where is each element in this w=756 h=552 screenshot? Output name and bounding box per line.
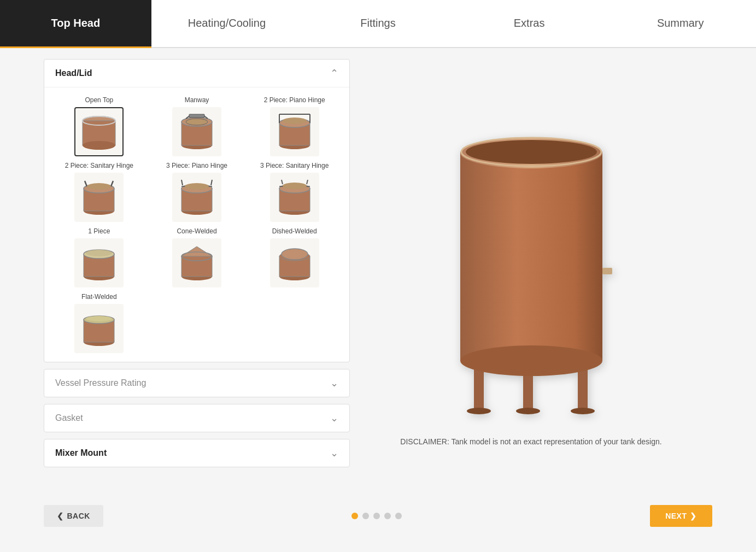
svg-rect-10 bbox=[189, 114, 204, 118]
svg-line-29 bbox=[211, 180, 212, 185]
back-button[interactable]: ❮ BACK bbox=[44, 505, 103, 527]
svg-point-41 bbox=[86, 250, 112, 256]
vessel-pressure-header[interactable]: Vessel Pressure Rating ⌄ bbox=[44, 369, 349, 397]
svg-point-7 bbox=[186, 119, 208, 125]
left-panel: Head/Lid ⌃ Open Top bbox=[44, 59, 350, 485]
svg-point-23 bbox=[87, 183, 111, 190]
gasket-section: Gasket ⌄ bbox=[44, 404, 350, 432]
svg-point-60 bbox=[571, 408, 595, 414]
tab-fittings[interactable]: Fittings bbox=[302, 0, 454, 48]
head-img-3piece-sanitary bbox=[270, 173, 319, 222]
head-img-dished-welded bbox=[270, 238, 319, 287]
vessel-pressure-title: Vessel Pressure Rating bbox=[55, 378, 146, 388]
head-img-manway bbox=[172, 107, 221, 156]
head-lid-title: Head/Lid bbox=[55, 68, 92, 78]
progress-dot-3 bbox=[373, 513, 380, 519]
tank-visualization bbox=[427, 104, 635, 421]
svg-rect-66 bbox=[602, 268, 612, 274]
mixer-mount-expand-icon: ⌄ bbox=[330, 447, 338, 459]
svg-point-56 bbox=[467, 408, 491, 414]
tank-canvas bbox=[417, 98, 646, 426]
svg-point-62 bbox=[460, 345, 602, 376]
tab-heating-cooling[interactable]: Heating/Cooling bbox=[151, 0, 303, 48]
vessel-pressure-section: Vessel Pressure Rating ⌄ bbox=[44, 369, 350, 397]
svg-point-64 bbox=[466, 140, 597, 164]
head-option-dished-welded[interactable]: Dished-Welded bbox=[248, 227, 341, 287]
disclaimer-text: DISCLAIMER: Tank model is not an exact r… bbox=[400, 437, 661, 446]
head-lid-header[interactable]: Head/Lid ⌃ bbox=[44, 60, 349, 87]
progress-dot-2 bbox=[362, 513, 369, 519]
progress-dots bbox=[351, 513, 402, 519]
svg-line-35 bbox=[282, 180, 283, 184]
tab-summary[interactable]: Summary bbox=[605, 0, 756, 48]
gasket-title: Gasket bbox=[55, 413, 83, 423]
head-option-1piece[interactable]: 1 Piece bbox=[53, 227, 145, 287]
head-img-3piece-piano bbox=[172, 173, 221, 222]
bottom-bar: ❮ BACK NEXT ❯ bbox=[0, 496, 756, 536]
next-chevron-icon: ❯ bbox=[690, 512, 697, 520]
head-img-1piece bbox=[74, 238, 124, 287]
svg-marker-45 bbox=[181, 246, 212, 256]
head-img-flat-welded bbox=[74, 304, 124, 353]
mixer-mount-section: Mixer Mount ⌄ bbox=[44, 439, 350, 467]
head-option-cone-welded[interactable]: Cone-Welded bbox=[151, 227, 243, 287]
svg-point-2 bbox=[83, 141, 115, 150]
svg-rect-61 bbox=[460, 153, 602, 361]
head-img-open-top bbox=[74, 107, 124, 156]
progress-dot-4 bbox=[384, 513, 391, 519]
svg-point-50 bbox=[282, 249, 308, 260]
next-button[interactable]: NEXT ❯ bbox=[650, 505, 712, 527]
svg-point-58 bbox=[516, 408, 540, 414]
head-options-grid: Open Top Manway bbox=[44, 87, 349, 362]
tab-extras[interactable]: Extras bbox=[454, 0, 605, 48]
head-option-open-top[interactable]: Open Top bbox=[53, 96, 145, 156]
head-lid-section: Head/Lid ⌃ Open Top bbox=[44, 59, 350, 362]
tab-top-head[interactable]: Top Head bbox=[0, 0, 151, 48]
head-option-2piece-sanitary[interactable]: 2 Piece: Sanitary Hinge bbox=[53, 162, 145, 222]
head-lid-collapse-icon: ⌃ bbox=[330, 67, 338, 79]
head-option-flat-welded[interactable]: Flat-Welded bbox=[53, 293, 145, 353]
right-panel: DISCLAIMER: Tank model is not an exact r… bbox=[350, 59, 712, 485]
head-option-3piece-sanitary[interactable]: 3 Piece: Sanitary Hinge bbox=[248, 162, 341, 222]
main-content: Head/Lid ⌃ Open Top bbox=[0, 48, 756, 496]
svg-line-22 bbox=[111, 181, 113, 186]
svg-line-21 bbox=[85, 181, 87, 186]
svg-point-54 bbox=[86, 316, 112, 321]
svg-point-37 bbox=[283, 183, 307, 189]
svg-point-17 bbox=[283, 118, 307, 124]
svg-line-28 bbox=[181, 180, 183, 185]
mixer-mount-title: Mixer Mount bbox=[55, 448, 107, 458]
gasket-expand-icon: ⌄ bbox=[330, 412, 338, 424]
progress-dot-5 bbox=[395, 513, 402, 519]
svg-point-30 bbox=[185, 183, 209, 190]
head-option-manway[interactable]: Manway bbox=[151, 96, 243, 156]
head-img-2piece-sanitary bbox=[74, 173, 124, 222]
back-chevron-icon: ❮ bbox=[57, 512, 64, 520]
gasket-header[interactable]: Gasket ⌄ bbox=[44, 404, 349, 432]
mixer-mount-header[interactable]: Mixer Mount ⌄ bbox=[44, 439, 349, 467]
head-option-3piece-piano[interactable]: 3 Piece: Piano Hinge bbox=[151, 162, 243, 222]
vessel-pressure-expand-icon: ⌄ bbox=[330, 377, 338, 389]
progress-dot-1 bbox=[351, 513, 358, 519]
head-option-2piece-piano[interactable]: 2 Piece: Piano Hinge bbox=[248, 96, 341, 156]
svg-line-36 bbox=[307, 180, 308, 184]
top-navigation: Top Head Heating/Cooling Fittings Extras… bbox=[0, 0, 756, 48]
head-img-2piece-piano bbox=[270, 107, 319, 156]
head-img-cone-welded bbox=[172, 238, 221, 287]
